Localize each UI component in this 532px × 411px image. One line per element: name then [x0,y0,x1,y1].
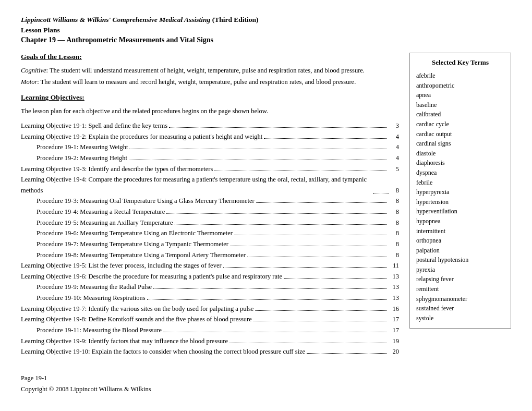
toc-dots [307,353,387,354]
key-term-item: palpation [416,246,504,256]
toc-item: Learning Objective 19-10: Explain the fa… [21,346,399,357]
toc-dots [256,202,387,203]
toc-item: Procedure 19-8: Measuring Temperature Us… [21,250,399,261]
toc-page: 8 [389,196,399,207]
key-term-item: hypertension [416,197,504,207]
toc-dots [129,149,387,149]
sidebar: Selected Key Terms afebrileanthropometri… [409,53,511,329]
toc-dots [163,332,387,332]
toc-item: Learning Objective 19-4: Compare the pro… [21,174,399,196]
book-title-edition: (Third Edition) [210,16,258,23]
toc-item: Learning Objective 19-9: Identify factor… [21,336,399,347]
key-term-item: remittent [416,284,504,294]
motor-text: : The student will learn to measure and … [37,78,356,86]
toc-item: Learning Objective 19-2: Explain the pro… [21,131,399,142]
key-term-item: relapsing fever [416,274,504,284]
toc-dots [284,278,387,279]
key-term-item: systole [416,313,504,323]
key-term-item: orthopnea [416,236,504,246]
toc-page: 8 [389,185,399,196]
main-layout: Goals of the Lesson: Cognitive: The stud… [21,53,511,357]
toc-dots [230,246,387,246]
key-term-item: afebrile [416,71,504,81]
toc-page: 5 [389,164,399,175]
toc-dots [264,138,387,139]
toc-text: Procedure 19-4: Measuring a Rectal Tempe… [37,207,165,217]
key-term-item: baseline [416,100,504,110]
motor-goal: Motor: The student will learn to measure… [21,77,399,87]
sidebar-title: Selected Key Terms [416,58,504,67]
toc-text: Procedure 19-2: Measuring Height [37,153,127,164]
toc-item: Procedure 19-5: Measuring an Axillary Te… [21,217,399,228]
content-area: Goals of the Lesson: Cognitive: The stud… [21,53,399,357]
header: Lippincott Williams & Wilkins' Comprehen… [21,16,511,44]
toc-item: Learning Objective 19-8: Define Korotkof… [21,314,399,325]
page-number: Page 19-1 [21,373,511,384]
key-term-item: cardiac output [416,129,504,139]
toc-text: Procedure 19-5: Measuring an Axillary Te… [37,217,173,228]
toc-dots [234,235,387,235]
toc-page: 8 [389,250,399,261]
toc-page: 17 [389,325,399,336]
copyright: Copyright © 2008 Lippincott Williams & W… [21,384,511,395]
toc-page: 4 [389,142,399,153]
key-term-item: postural hypotension [416,255,504,265]
book-title: Lippincott Williams & Wilkins' Comprehen… [21,16,511,24]
cognitive-text: : The student will understand measuremen… [46,67,365,74]
toc-text: Procedure 19-1: Measuring Weight [37,142,128,153]
toc-text: Procedure 19-7: Measuring Temperature Us… [37,239,228,250]
toc-list: Learning Objective 19-1: Spell and defin… [21,120,399,357]
toc-page: 8 [389,239,399,250]
key-term-item: diaphoresis [416,158,504,168]
toc-page: 8 [389,217,399,228]
toc-page: 8 [389,207,399,217]
goals-section: Goals of the Lesson: Cognitive: The stud… [21,53,399,87]
toc-dots [373,194,389,194]
page-wrapper: Lippincott Williams & Wilkins' Comprehen… [21,16,511,395]
objectives-section: Learning Objectives: The lesson plan for… [21,93,399,116]
toc-text: Learning Objective 19-2: Explain the pro… [21,131,262,142]
motor-label: Motor [21,78,37,86]
toc-page: 19 [389,336,399,347]
toc-dots [223,267,387,268]
toc-text: Procedure 19-11: Measuring the Blood Pre… [37,325,162,336]
toc-page: 8 [389,228,399,239]
toc-dots [214,171,387,171]
toc-text: Procedure 19-6: Measuring Temperature Us… [37,228,233,239]
toc-item: Learning Objective 19-1: Spell and defin… [21,120,399,131]
toc-item: Learning Objective 19-5: List the fever … [21,260,399,271]
toc-dots [169,127,387,128]
chapter-title: Chapter 19 — Anthropometric Measurements… [21,36,511,44]
toc-item: Learning Objective 19-7: Identify the va… [21,304,399,315]
lesson-plans-label: Lesson Plans [21,26,511,34]
toc-text: Learning Objective 19-10: Explain the fa… [21,346,305,357]
key-term-item: anthropometric [416,81,504,91]
key-term-item: intermittent [416,226,504,236]
key-term-item: apnea [416,90,504,100]
toc-text: Learning Objective 19-1: Spell and defin… [21,120,167,131]
objectives-heading: Learning Objectives: [21,93,399,102]
key-term-item: pyrexia [416,265,504,275]
key-term-item: cardiac cycle [416,119,504,129]
toc-item: Procedure 19-11: Measuring the Blood Pre… [21,325,399,336]
toc-item: Procedure 19-4: Measuring a Rectal Tempe… [21,207,399,217]
toc-dots [253,321,387,321]
toc-dots [147,299,387,300]
key-term-item: febrile [416,178,504,188]
key-term-item: hypopnea [416,216,504,226]
toc-page: 13 [389,282,399,293]
key-term-item: hyperventilation [416,207,504,216]
key-term-item: diastole [416,149,504,159]
toc-dots [247,257,387,257]
key-term-item: calibrated [416,110,504,119]
book-title-italic: Lippincott Williams & Wilkins' Comprehen… [21,16,210,23]
toc-dots [229,343,387,343]
toc-page: 4 [389,153,399,164]
toc-text: Procedure 19-3: Measuring Oral Temperatu… [37,196,255,207]
toc-text: Learning Objective 19-4: Compare the pro… [21,174,371,196]
toc-page: 11 [389,260,399,271]
toc-item: Procedure 19-7: Measuring Temperature Us… [21,239,399,250]
key-term-item: sustained fever [416,304,504,313]
toc-dots [255,310,387,311]
key-term-item: dyspnea [416,168,504,178]
